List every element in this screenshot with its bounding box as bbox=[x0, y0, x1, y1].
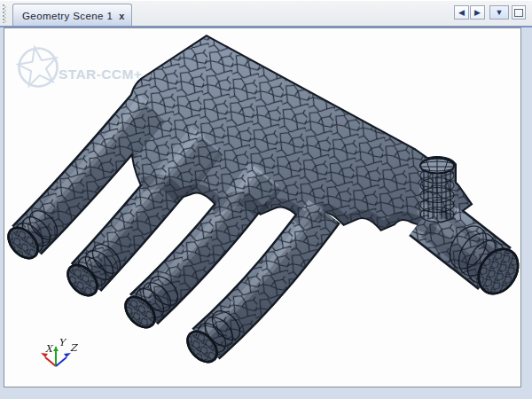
geometry-scene-render: STAR-CCM+ bbox=[0, 0, 532, 399]
viewport-frame: Geometry Scene 1 x ◀ ▶ ▼ bbox=[0, 0, 532, 399]
manifold-model bbox=[0, 27, 532, 390]
cylinder-port-cap bbox=[420, 159, 454, 174]
